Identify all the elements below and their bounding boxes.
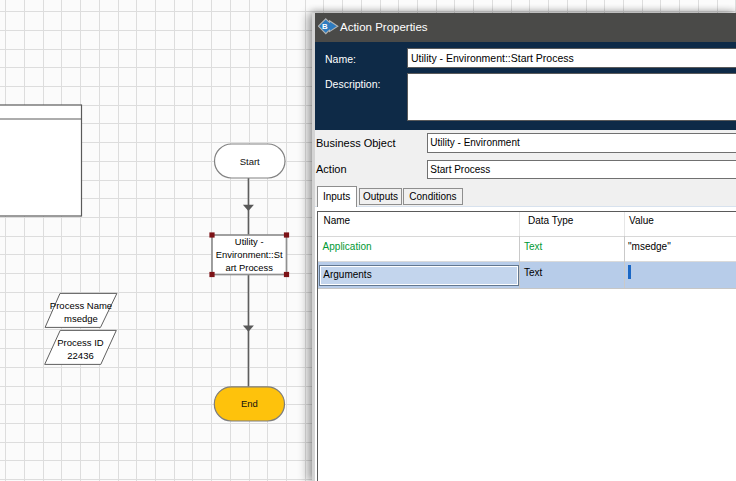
- svg-text:msedge: msedge: [64, 313, 98, 324]
- svg-text:Process Name: Process Name: [50, 300, 112, 311]
- svg-text:End: End: [241, 398, 258, 409]
- svg-text:B: B: [321, 22, 327, 31]
- svg-text:Environment::St: Environment::St: [216, 249, 283, 260]
- svg-text:22436: 22436: [67, 350, 93, 361]
- svg-text:Start: Start: [240, 156, 260, 167]
- svg-text:Utility -: Utility -: [235, 236, 264, 247]
- svg-text:Process ID: Process ID: [57, 337, 104, 348]
- svg-text:art Process: art Process: [225, 262, 273, 273]
